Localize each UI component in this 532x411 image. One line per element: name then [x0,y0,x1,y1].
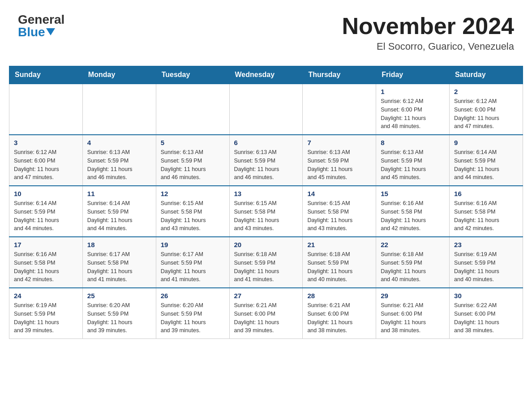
calendar-cell: 10Sunrise: 6:14 AMSunset: 5:59 PMDayligh… [9,186,83,237]
day-number: 18 [87,241,151,248]
day-number: 13 [234,190,298,197]
day-info: Sunrise: 6:13 AMSunset: 5:59 PMDaylight:… [234,148,298,182]
calendar-cell: 25Sunrise: 6:20 AMSunset: 5:59 PMDayligh… [82,288,156,339]
logo-triangle-icon [46,28,55,35]
calendar-cell: 17Sunrise: 6:16 AMSunset: 5:58 PMDayligh… [9,237,83,288]
calendar-cell: 23Sunrise: 6:19 AMSunset: 5:59 PMDayligh… [450,237,523,288]
calendar-cell: 4Sunrise: 6:13 AMSunset: 5:59 PMDaylight… [82,135,156,186]
day-number: 26 [161,292,225,300]
day-info: Sunrise: 6:22 AMSunset: 6:00 PMDaylight:… [454,301,518,335]
calendar-cell [156,84,229,135]
day-number: 3 [14,139,78,146]
day-number: 14 [307,190,371,197]
calendar-cell: 28Sunrise: 6:21 AMSunset: 6:00 PMDayligh… [303,288,376,339]
calendar-cell: 6Sunrise: 6:13 AMSunset: 5:59 PMDaylight… [229,135,303,186]
calendar-cell: 12Sunrise: 6:15 AMSunset: 5:58 PMDayligh… [156,186,229,237]
calendar-cell: 2Sunrise: 6:12 AMSunset: 6:00 PMDaylight… [450,84,523,135]
calendar-cell: 7Sunrise: 6:13 AMSunset: 5:59 PMDaylight… [303,135,376,186]
day-info: Sunrise: 6:18 AMSunset: 5:59 PMDaylight:… [234,250,298,284]
calendar-cell: 15Sunrise: 6:16 AMSunset: 5:58 PMDayligh… [376,186,450,237]
month-title: November 2024 [342,13,514,39]
day-number: 24 [14,292,78,300]
calendar-cell: 1Sunrise: 6:12 AMSunset: 6:00 PMDaylight… [376,84,450,135]
day-info: Sunrise: 6:13 AMSunset: 5:59 PMDaylight:… [87,148,151,182]
day-info: Sunrise: 6:12 AMSunset: 6:00 PMDaylight:… [381,97,445,131]
day-info: Sunrise: 6:14 AMSunset: 5:59 PMDaylight:… [14,199,78,233]
calendar-cell: 19Sunrise: 6:17 AMSunset: 5:59 PMDayligh… [156,237,229,288]
day-number: 10 [14,190,78,197]
calendar-cell: 27Sunrise: 6:21 AMSunset: 6:00 PMDayligh… [229,288,303,339]
day-number: 5 [161,139,225,146]
calendar-cell: 8Sunrise: 6:13 AMSunset: 5:59 PMDaylight… [376,135,450,186]
logo-general-text: General [18,13,64,26]
day-number: 1 [381,88,445,95]
day-info: Sunrise: 6:17 AMSunset: 5:59 PMDaylight:… [161,250,225,284]
day-info: Sunrise: 6:12 AMSunset: 6:00 PMDaylight:… [14,148,78,182]
day-number: 15 [381,190,445,197]
day-info: Sunrise: 6:14 AMSunset: 5:59 PMDaylight:… [454,148,518,182]
day-info: Sunrise: 6:18 AMSunset: 5:59 PMDaylight:… [307,250,371,284]
calendar-table: SundayMondayTuesdayWednesdayThursdayFrid… [9,66,523,339]
week-row-0: 1Sunrise: 6:12 AMSunset: 6:00 PMDaylight… [9,84,523,135]
day-info: Sunrise: 6:19 AMSunset: 5:59 PMDaylight:… [14,301,78,335]
weekday-header-tuesday: Tuesday [156,66,229,84]
day-info: Sunrise: 6:16 AMSunset: 5:58 PMDaylight:… [454,199,518,233]
calendar-cell: 24Sunrise: 6:19 AMSunset: 5:59 PMDayligh… [9,288,83,339]
day-number: 23 [454,241,518,248]
day-info: Sunrise: 6:19 AMSunset: 5:59 PMDaylight:… [454,250,518,284]
weekday-header-monday: Monday [82,66,156,84]
calendar-cell: 3Sunrise: 6:12 AMSunset: 6:00 PMDaylight… [9,135,83,186]
calendar-header: SundayMondayTuesdayWednesdayThursdayFrid… [9,66,523,84]
day-number: 2 [454,88,518,95]
day-number: 8 [381,139,445,146]
weekday-header-thursday: Thursday [303,66,376,84]
calendar-cell: 5Sunrise: 6:13 AMSunset: 5:59 PMDaylight… [156,135,229,186]
weekday-header-saturday: Saturday [450,66,523,84]
calendar-cell: 26Sunrise: 6:20 AMSunset: 5:59 PMDayligh… [156,288,229,339]
day-number: 11 [87,190,151,197]
weekday-header-friday: Friday [376,66,450,84]
day-info: Sunrise: 6:13 AMSunset: 5:59 PMDaylight:… [381,148,445,182]
day-number: 22 [381,241,445,248]
day-info: Sunrise: 6:14 AMSunset: 5:59 PMDaylight:… [87,199,151,233]
day-info: Sunrise: 6:15 AMSunset: 5:58 PMDaylight:… [234,199,298,233]
day-info: Sunrise: 6:20 AMSunset: 5:59 PMDaylight:… [87,301,151,335]
week-row-4: 24Sunrise: 6:19 AMSunset: 5:59 PMDayligh… [9,288,523,339]
day-info: Sunrise: 6:15 AMSunset: 5:58 PMDaylight:… [307,199,371,233]
day-info: Sunrise: 6:13 AMSunset: 5:59 PMDaylight:… [161,148,225,182]
calendar-cell [229,84,303,135]
day-info: Sunrise: 6:20 AMSunset: 5:59 PMDaylight:… [161,301,225,335]
day-number: 19 [161,241,225,248]
calendar-cell [303,84,376,135]
day-number: 16 [454,190,518,197]
day-number: 27 [234,292,298,300]
day-info: Sunrise: 6:17 AMSunset: 5:58 PMDaylight:… [87,250,151,284]
location-subtitle: El Socorro, Guarico, Venezuela [342,41,514,52]
day-number: 17 [14,241,78,248]
logo: General Blue [18,13,64,39]
calendar-cell: 9Sunrise: 6:14 AMSunset: 5:59 PMDaylight… [450,135,523,186]
logo-blue-text: Blue [18,26,55,39]
calendar-cell: 30Sunrise: 6:22 AMSunset: 6:00 PMDayligh… [450,288,523,339]
calendar-cell: 29Sunrise: 6:21 AMSunset: 6:00 PMDayligh… [376,288,450,339]
day-info: Sunrise: 6:16 AMSunset: 5:58 PMDaylight:… [14,250,78,284]
day-info: Sunrise: 6:18 AMSunset: 5:59 PMDaylight:… [381,250,445,284]
weekday-header-sunday: Sunday [9,66,83,84]
page-header: General Blue November 2024 El Socorro, G… [9,9,523,57]
day-number: 4 [87,139,151,146]
day-info: Sunrise: 6:15 AMSunset: 5:58 PMDaylight:… [161,199,225,233]
week-row-1: 3Sunrise: 6:12 AMSunset: 6:00 PMDaylight… [9,135,523,186]
day-info: Sunrise: 6:21 AMSunset: 6:00 PMDaylight:… [307,301,371,335]
day-info: Sunrise: 6:21 AMSunset: 6:00 PMDaylight:… [234,301,298,335]
day-number: 28 [307,292,371,300]
calendar-cell [82,84,156,135]
calendar-cell: 21Sunrise: 6:18 AMSunset: 5:59 PMDayligh… [303,237,376,288]
day-info: Sunrise: 6:13 AMSunset: 5:59 PMDaylight:… [307,148,371,182]
calendar-cell: 11Sunrise: 6:14 AMSunset: 5:59 PMDayligh… [82,186,156,237]
day-number: 30 [454,292,518,300]
weekday-header-wednesday: Wednesday [229,66,303,84]
day-number: 6 [234,139,298,146]
title-section: November 2024 El Socorro, Guarico, Venez… [342,13,514,52]
calendar-cell: 14Sunrise: 6:15 AMSunset: 5:58 PMDayligh… [303,186,376,237]
day-info: Sunrise: 6:16 AMSunset: 5:58 PMDaylight:… [381,199,445,233]
